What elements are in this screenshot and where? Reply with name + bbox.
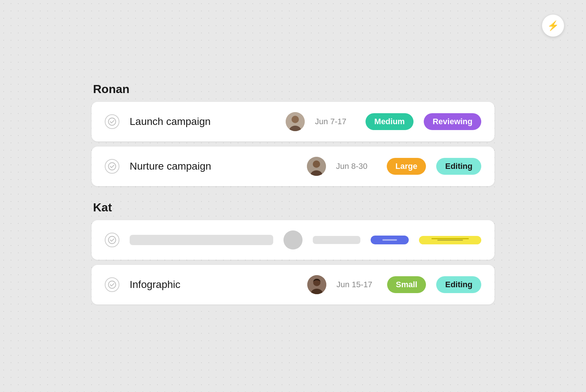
svg-point-4 bbox=[108, 163, 116, 170]
badge-skeleton-status bbox=[419, 236, 481, 244]
avatar bbox=[286, 112, 305, 131]
task-priority-badge[interactable]: Small bbox=[387, 276, 426, 293]
svg-point-6 bbox=[313, 160, 320, 168]
task-date-range: Jun 15-17 bbox=[337, 280, 377, 289]
section-ronan: Ronan Launch campaign Jun 7-17MediumRevi… bbox=[92, 82, 494, 186]
task-card-launch-campaign: Launch campaign Jun 7-17MediumReviewing bbox=[92, 102, 494, 141]
task-status-badge[interactable]: Editing bbox=[436, 158, 481, 175]
svg-point-9 bbox=[108, 281, 116, 288]
skeleton-task-name bbox=[130, 235, 273, 245]
task-priority-badge[interactable]: Medium bbox=[366, 113, 413, 130]
main-container: Ronan Launch campaign Jun 7-17MediumRevi… bbox=[92, 68, 494, 324]
task-priority-badge[interactable]: Large bbox=[387, 158, 426, 175]
svg-point-0 bbox=[108, 118, 116, 125]
task-card-infographic: Infographic Jun 15-17SmallEditing bbox=[92, 265, 494, 304]
task-date-range: Jun 8-30 bbox=[336, 162, 377, 171]
section-title-ronan: Ronan bbox=[92, 82, 494, 96]
avatar bbox=[307, 157, 326, 176]
lightning-icon: ⚡ bbox=[547, 20, 559, 32]
task-name: Nurture campaign bbox=[130, 160, 297, 172]
avatar bbox=[283, 230, 303, 249]
avatar bbox=[307, 275, 326, 294]
task-status-badge[interactable]: Reviewing bbox=[424, 113, 481, 130]
task-name: Launch campaign bbox=[130, 116, 275, 127]
task-card-nurture-campaign: Nurture campaign Jun 8-30LargeEditing bbox=[92, 147, 494, 186]
svg-point-2 bbox=[292, 116, 299, 123]
task-date-range: Jun 7-17 bbox=[315, 117, 355, 126]
check-icon[interactable] bbox=[105, 233, 119, 247]
task-status-badge[interactable]: Editing bbox=[436, 276, 481, 293]
check-icon[interactable] bbox=[105, 277, 119, 292]
lightning-button[interactable]: ⚡ bbox=[542, 15, 564, 37]
task-name: Infographic bbox=[130, 279, 297, 291]
badge-skeleton-priority bbox=[371, 236, 409, 244]
section-kat: Kat Infographic Jun 15-17SmallEditing bbox=[92, 201, 494, 304]
check-icon[interactable] bbox=[105, 114, 119, 129]
svg-point-8 bbox=[108, 236, 116, 244]
section-title-kat: Kat bbox=[92, 201, 494, 214]
skeleton-date bbox=[313, 236, 360, 244]
check-icon[interactable] bbox=[105, 159, 119, 174]
task-card-skeleton-task bbox=[92, 220, 494, 260]
